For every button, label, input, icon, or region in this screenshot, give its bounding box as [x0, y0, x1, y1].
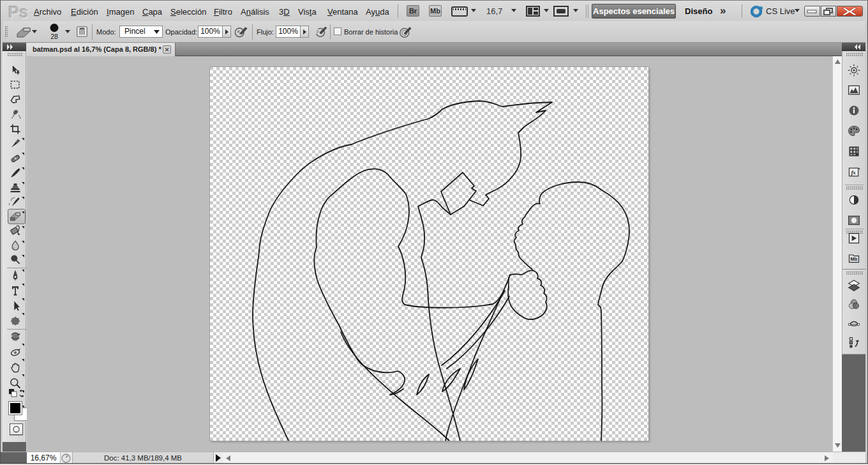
svg-text:28: 28: [50, 33, 58, 40]
svg-text:Mb: Mb: [851, 256, 858, 262]
svg-text:fx: fx: [851, 170, 856, 176]
